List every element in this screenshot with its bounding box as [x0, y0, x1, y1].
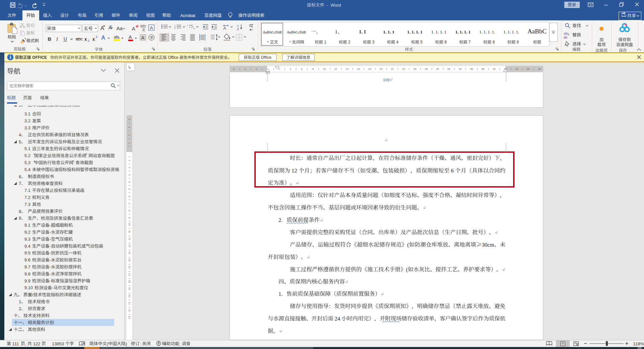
svg-text:3.2: 3.2 [24, 118, 30, 123]
svg-text:1. 1: 1. 1 [359, 29, 366, 34]
svg-text:9.1: 9.1 [24, 223, 30, 228]
svg-text:36: 36 [470, 68, 473, 71]
svg-text:1: 1 [128, 160, 131, 161]
svg-text:3.3: 3.3 [24, 125, 30, 130]
svg-text:7.2: 7.2 [24, 195, 30, 200]
svg-text:6: 6 [443, 40, 447, 44]
svg-text:9.9: 9.9 [24, 278, 30, 283]
svg-text:9.4: 9.4 [24, 244, 30, 249]
svg-text:1. 1. 1. 1.: 1. 1. 1. 1. [479, 30, 495, 34]
svg-text:5: 5 [419, 40, 422, 44]
svg-text:,: , [25, 341, 27, 346]
svg-text:18: 18 [368, 68, 371, 71]
svg-text:1. 1. 1. 1: 1. 1. 1. 1 [431, 29, 447, 34]
svg-text:6: 6 [19, 174, 21, 179]
svg-text:5: 5 [19, 139, 21, 144]
svg-text:U: U [64, 36, 67, 41]
svg-text:23: 23 [128, 316, 131, 319]
svg-text:30: 30 [436, 68, 439, 71]
svg-text:): ) [126, 341, 127, 346]
svg-text:i: i [191, 28, 191, 30]
svg-text::: : [140, 341, 142, 346]
svg-text:2: 2 [347, 40, 350, 44]
svg-text:6: 6 [301, 68, 303, 71]
svg-text:4: 4 [395, 40, 399, 44]
svg-text:5.1: 5.1 [24, 146, 30, 151]
svg-text:7: 7 [467, 40, 471, 44]
svg-text:-: - [50, 230, 51, 235]
svg-text::: : [179, 341, 182, 346]
svg-text:A: A [132, 26, 135, 31]
svg-text:7.3: 7.3 [24, 202, 30, 207]
svg-text:AaBbCcDdE: AaBbCcDdE [263, 30, 282, 34]
svg-text:7: 7 [19, 181, 21, 186]
svg-text:48: 48 [538, 68, 541, 71]
svg-text:10: 10 [128, 223, 131, 226]
svg-text:24: 24 [402, 68, 405, 71]
svg-text:1. 1. 1. 1: 1. 1. 1. 1 [407, 29, 422, 34]
svg-text:18: 18 [128, 280, 131, 283]
svg-text:9: 9 [515, 40, 519, 44]
svg-text:A: A [101, 35, 105, 40]
svg-text:6: 6 [450, 167, 455, 174]
svg-text:38: 38 [481, 68, 484, 71]
svg-text:12: 12 [334, 68, 337, 71]
svg-text:1. 1. 1. 1: 1. 1. 1. 1 [455, 29, 471, 34]
svg-text:2: 2 [88, 39, 89, 42]
svg-text:9: 9 [128, 217, 131, 219]
svg-text:-: - [50, 237, 51, 242]
svg-text:Office: Office [260, 55, 271, 60]
svg-text:A: A [141, 35, 145, 40]
svg-text:4: 4 [290, 68, 291, 71]
svg-text:22: 22 [391, 68, 394, 71]
svg-text:OFFICE: OFFICE [31, 55, 47, 60]
svg-text:I: I [56, 36, 58, 42]
svg-text:9.3: 9.3 [24, 237, 30, 242]
svg-text:Z: Z [237, 27, 239, 31]
svg-text:- Word: - Word [324, 3, 341, 8]
svg-text:(: ( [407, 242, 409, 248]
svg-text:10: 10 [323, 68, 326, 71]
svg-text:40: 40 [493, 68, 496, 71]
svg-text:9.10: 9.10 [24, 285, 33, 290]
svg-text:11: 11 [128, 230, 131, 233]
svg-text:4: 4 [128, 181, 131, 183]
svg-text:9: 9 [19, 216, 21, 221]
svg-text:8: 8 [19, 209, 21, 214]
svg-text:3: 3 [371, 40, 375, 44]
svg-text:5: 5 [128, 188, 131, 190]
svg-text:2: 2 [128, 134, 131, 136]
svg-text:1: 1 [19, 299, 21, 304]
svg-text:6: 6 [128, 196, 131, 197]
svg-text:2: 2 [128, 167, 131, 168]
svg-text:9.5: 9.5 [24, 250, 30, 255]
svg-text:15: 15 [128, 258, 131, 261]
svg-text:24: 24 [333, 316, 341, 322]
svg-text:2: 2 [96, 35, 97, 38]
svg-text:-: - [50, 244, 51, 249]
svg-text:Acrobat: Acrobat [180, 13, 195, 18]
svg-text:A: A [129, 34, 132, 40]
svg-text:(: ( [406, 266, 408, 273]
svg-text:26: 26 [413, 68, 416, 71]
svg-text:20: 20 [380, 68, 383, 71]
svg-text:8: 8 [491, 40, 495, 44]
svg-text:12: 12 [128, 237, 131, 240]
svg-text:A: A [150, 25, 153, 30]
svg-text:A: A [223, 26, 226, 31]
svg-text:13: 13 [128, 244, 131, 247]
svg-text:wén: wén [140, 24, 146, 27]
svg-text:a: a [189, 26, 190, 28]
svg-text:2.: 2. [278, 217, 283, 223]
svg-text:/: / [32, 292, 33, 297]
svg-text:1. 1. 1. 1.: 1. 1. 1. 1. [503, 30, 519, 34]
svg-text:1. 1. 1: 1. 1. 1 [383, 29, 395, 34]
svg-text:21: 21 [128, 302, 131, 305]
svg-text:22: 22 [128, 309, 131, 312]
svg-text:28: 28 [425, 68, 428, 71]
svg-text:118%: 118% [633, 341, 644, 346]
svg-text:5.3: 5.3 [24, 160, 30, 165]
svg-text:x: x [84, 36, 87, 42]
svg-text:4: 4 [19, 132, 21, 137]
svg-text:(: ( [107, 341, 108, 346]
